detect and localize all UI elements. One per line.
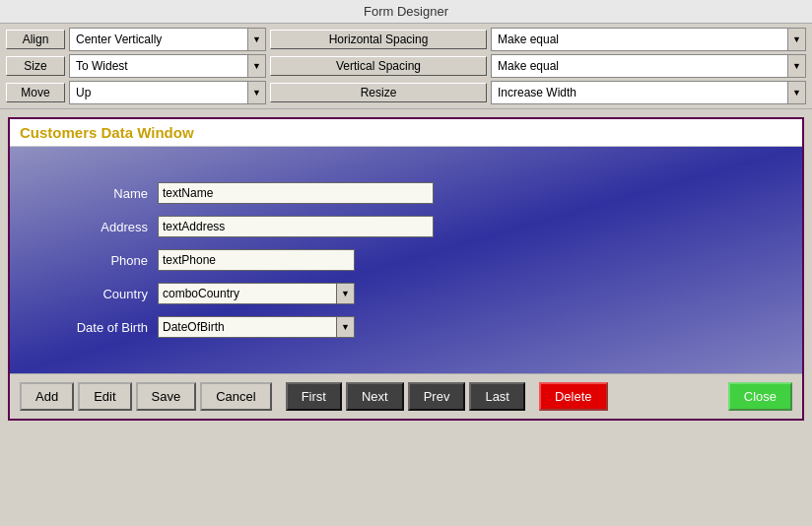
- cancel-button[interactable]: Cancel: [200, 382, 271, 411]
- save-button[interactable]: Save: [136, 382, 197, 411]
- first-button[interactable]: First: [286, 382, 342, 411]
- select-dob-value: DateOfBirth: [159, 318, 336, 336]
- delete-button[interactable]: Delete: [539, 382, 608, 411]
- button-bar: Add Edit Save Cancel First Next Prev Las…: [10, 373, 802, 419]
- input-name[interactable]: [158, 182, 434, 204]
- next-button[interactable]: Next: [346, 382, 404, 411]
- horizontal-spacing-button[interactable]: Horizontal Spacing: [270, 30, 487, 49]
- size-button[interactable]: Size: [6, 56, 65, 76]
- toolbar-row-3: Move Up ▼ Resize Increase Width ▼: [6, 81, 806, 104]
- prev-button[interactable]: Prev: [408, 382, 466, 411]
- label-phone: Phone: [39, 253, 148, 268]
- title-bar: Form Designer: [0, 0, 812, 24]
- main-area: Customers Data Window Name Address Phone…: [0, 109, 812, 428]
- move-button[interactable]: Move: [6, 83, 65, 102]
- make-equal-label-1: Make equal: [492, 31, 787, 48]
- last-button[interactable]: Last: [469, 382, 525, 411]
- customers-window: Customers Data Window Name Address Phone…: [8, 117, 804, 421]
- edit-button[interactable]: Edit: [78, 382, 131, 411]
- size-select-value: To Widest: [70, 57, 247, 75]
- title-bar-label: Form Designer: [364, 4, 448, 19]
- move-select-arrow[interactable]: ▼: [247, 82, 265, 103]
- vertical-spacing-button[interactable]: Vertical Spacing: [270, 56, 487, 76]
- input-phone[interactable]: [158, 249, 355, 271]
- size-select[interactable]: To Widest ▼: [69, 54, 266, 78]
- increase-width-select[interactable]: Increase Width ▼: [491, 81, 806, 104]
- move-select[interactable]: Up ▼: [69, 81, 266, 104]
- size-select-arrow[interactable]: ▼: [247, 55, 265, 77]
- make-equal-label-2: Make equal: [492, 57, 787, 75]
- toolbar-row-1: Align Center Vertically ▼ Horizontal Spa…: [6, 28, 806, 51]
- resize-button[interactable]: Resize: [270, 83, 487, 102]
- form-row-address: Address: [39, 216, 773, 237]
- toolbar-row-2: Size To Widest ▼ Vertical Spacing Make e…: [6, 54, 806, 78]
- make-equal-arrow-1[interactable]: ▼: [787, 29, 805, 50]
- close-button[interactable]: Close: [728, 382, 792, 411]
- select-country[interactable]: comboCountry ▼: [158, 283, 355, 304]
- label-name: Name: [39, 186, 148, 201]
- toolbar: Align Center Vertically ▼ Horizontal Spa…: [0, 24, 812, 109]
- increase-width-arrow[interactable]: ▼: [787, 82, 805, 103]
- make-equal-select-2[interactable]: Make equal ▼: [491, 54, 806, 78]
- customers-window-title: Customers Data Window: [10, 119, 802, 147]
- label-dob: Date of Birth: [39, 320, 148, 335]
- form-row-dob: Date of Birth DateOfBirth ▼: [39, 316, 773, 338]
- label-address: Address: [39, 220, 148, 234]
- form-row-phone: Phone: [39, 249, 773, 271]
- select-country-value: comboCountry: [159, 285, 336, 302]
- make-equal-select-1[interactable]: Make equal ▼: [491, 28, 806, 51]
- move-select-value: Up: [70, 84, 247, 101]
- input-address[interactable]: [158, 216, 434, 237]
- align-select[interactable]: Center Vertically ▼: [69, 28, 266, 51]
- select-dob-arrow[interactable]: ▼: [336, 317, 354, 337]
- form-row-name: Name: [39, 182, 773, 204]
- increase-width-label: Increase Width: [492, 84, 787, 101]
- align-button[interactable]: Align: [6, 30, 65, 49]
- align-select-arrow[interactable]: ▼: [247, 29, 265, 50]
- form-area: Name Address Phone Country comboCountry …: [10, 147, 802, 373]
- form-row-country: Country comboCountry ▼: [39, 283, 773, 304]
- align-select-value: Center Vertically: [70, 31, 247, 48]
- select-country-arrow[interactable]: ▼: [336, 284, 354, 303]
- select-dob[interactable]: DateOfBirth ▼: [158, 316, 355, 338]
- add-button[interactable]: Add: [20, 382, 74, 411]
- label-country: Country: [39, 287, 148, 301]
- make-equal-arrow-2[interactable]: ▼: [787, 55, 805, 77]
